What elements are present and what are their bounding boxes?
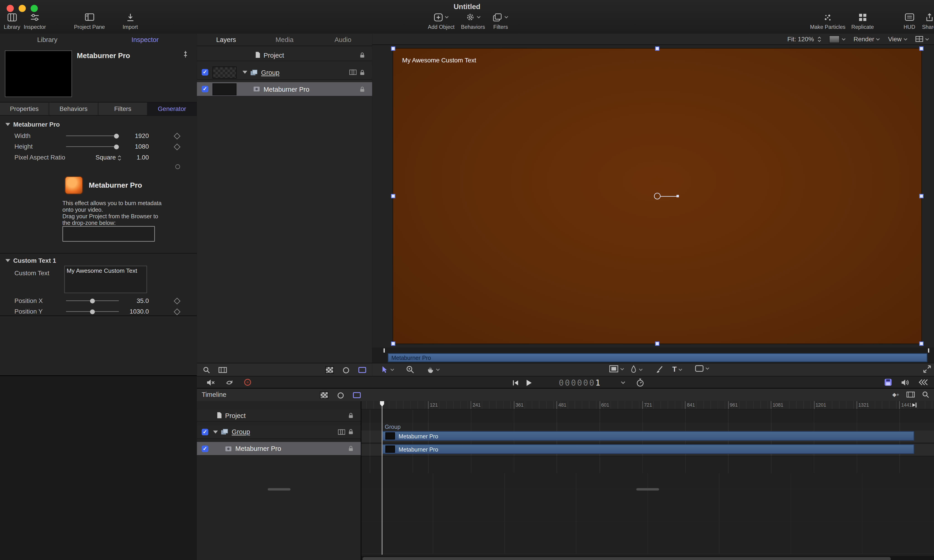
disclosure-triangle-icon[interactable] (242, 71, 247, 74)
timeline-row-project[interactable]: Project (197, 409, 361, 422)
layers-row-group[interactable]: ✓ Group (197, 65, 372, 80)
show-render-checker-icon[interactable] (325, 366, 333, 374)
keyframe-diamond-icon[interactable] (174, 308, 181, 315)
visibility-checkbox[interactable]: ✓ (202, 445, 208, 452)
import-toolbar-button[interactable]: Import (123, 12, 138, 30)
height-slider[interactable] (66, 143, 119, 150)
position-y-value[interactable]: 1030.0 (120, 308, 149, 315)
tab-audio[interactable]: Audio (314, 34, 372, 46)
subtab-filters[interactable]: Filters (98, 103, 148, 115)
replicate-toolbar-button[interactable]: Replicate (851, 12, 874, 30)
text-tool[interactable]: T (672, 365, 683, 374)
timeline-ruler[interactable]: 1212413614816017218419611081120113211441 (361, 401, 934, 409)
play-icon[interactable] (525, 379, 533, 386)
lock-icon[interactable] (360, 52, 365, 58)
keyframe-diamond-icon[interactable] (174, 144, 181, 151)
visibility-checkbox[interactable]: ✓ (202, 69, 208, 75)
anchor-axis-handle[interactable] (676, 195, 679, 197)
pin-icon[interactable] (182, 50, 189, 58)
visibility-checkbox[interactable]: ✓ (202, 428, 208, 435)
play-range-start-marker[interactable] (384, 348, 385, 352)
height-value[interactable]: 1080 (120, 143, 149, 150)
timecode-popup-chevron-icon[interactable] (621, 381, 625, 385)
width-value[interactable]: 1920 (120, 132, 149, 139)
library-toolbar-button[interactable]: Library (4, 12, 20, 30)
filters-toolbar-button[interactable]: Filters (493, 12, 509, 30)
layers-row-metaburner[interactable]: ✓ Metaburner Pro (197, 82, 372, 97)
disclosure-triangle-icon[interactable] (5, 123, 10, 126)
add-object-toolbar-button[interactable]: Add Object (428, 12, 455, 30)
timeline-clip-bar[interactable]: Metaburner Pro (382, 431, 914, 441)
position-x-value[interactable]: 35.0 (120, 297, 149, 304)
timecode-display[interactable]: 0000001 (559, 378, 601, 387)
selection-handle[interactable] (391, 194, 395, 198)
composition[interactable]: My Awesome Custom Text (392, 48, 922, 344)
blend-mode-icon[interactable] (338, 429, 345, 434)
expand-canvas-icon[interactable] (923, 365, 931, 373)
timeline-row-metaburner[interactable]: ✓ Metaburner Pro (197, 442, 361, 456)
go-to-start-icon[interactable] (511, 379, 519, 386)
disclosure-triangle-icon[interactable] (213, 430, 218, 433)
mute-icon[interactable] (207, 379, 215, 386)
lock-icon[interactable] (360, 86, 365, 92)
show-keyframes-icon[interactable] (353, 392, 361, 398)
group-track-header[interactable]: Group (361, 423, 934, 431)
show-audio-tracks-icon[interactable] (337, 392, 344, 398)
adjust-tool[interactable] (406, 365, 414, 374)
lock-icon[interactable] (360, 69, 365, 75)
selection-handle[interactable] (391, 46, 395, 51)
show-video-tracks-icon[interactable] (320, 392, 329, 399)
render-popup[interactable]: Render (854, 35, 880, 43)
group-header-metaburner[interactable]: Metaburner Pro (0, 120, 197, 129)
loop-icon[interactable] (225, 379, 233, 386)
visibility-checkbox[interactable]: ✓ (202, 86, 208, 92)
tab-library[interactable]: Library (37, 36, 57, 43)
stopwatch-icon[interactable] (636, 378, 644, 387)
frame-tool[interactable] (609, 365, 624, 372)
selection-handle[interactable] (391, 342, 395, 346)
selection-handle[interactable] (919, 46, 923, 51)
timeline-track-area[interactable]: 1212413614816017218419611081120113211441… (361, 401, 934, 560)
add-marker-icon[interactable]: ◆+ (892, 392, 899, 397)
track-list-resize-handle[interactable] (268, 488, 290, 491)
keyframe-diamond-icon[interactable] (174, 133, 181, 140)
canvas-overlay-text[interactable]: My Awesome Custom Text (402, 56, 476, 63)
project-drop-zone[interactable] (62, 226, 155, 242)
canvas-viewport[interactable]: My Awesome Custom Text (372, 45, 934, 348)
timeline-row-group[interactable]: ✓ Group (197, 425, 361, 439)
layers-row-project[interactable]: Project (197, 49, 372, 61)
channel-swatch-popup[interactable] (829, 35, 846, 43)
selection-handle[interactable] (919, 194, 923, 198)
keyframe-diamond-icon[interactable] (174, 298, 181, 305)
search-icon[interactable] (203, 366, 210, 374)
play-range-end-marker[interactable] (912, 402, 917, 408)
tab-inspector[interactable]: Inspector (131, 36, 159, 43)
hud-toolbar-button[interactable]: HUD (903, 12, 915, 30)
pan-hand-tool[interactable] (426, 365, 440, 374)
zoom-timeline-icon[interactable] (922, 391, 929, 398)
subtab-properties[interactable]: Properties (0, 103, 49, 115)
paint-stroke-tool[interactable] (656, 365, 663, 374)
record-icon[interactable] (244, 378, 252, 386)
width-slider[interactable] (66, 132, 119, 139)
filmstrip-icon[interactable] (219, 367, 227, 373)
view-popup[interactable]: View (888, 35, 908, 43)
film-icon[interactable] (906, 392, 915, 397)
lock-icon[interactable] (348, 412, 354, 418)
speaker-icon[interactable] (901, 379, 909, 386)
par-value[interactable]: 1.00 (120, 154, 149, 161)
track-area-resize-handle[interactable] (636, 488, 659, 491)
collapse-panel-chevrons-icon[interactable] (919, 379, 928, 386)
timeline-clip-bar[interactable]: Metaburner Pro (382, 444, 914, 454)
selection-handle[interactable] (655, 342, 659, 346)
group-header-custom-text[interactable]: Custom Text 1 (0, 256, 197, 266)
selection-handle[interactable] (919, 342, 923, 346)
anchor-point[interactable] (654, 193, 661, 200)
mini-timeline-bar[interactable]: Metaburner Pro (388, 353, 928, 362)
tab-layers[interactable]: Layers (197, 34, 255, 46)
timeline-scrollbar-thumb[interactable] (363, 557, 891, 560)
shape-tool[interactable] (695, 365, 709, 372)
layout-popup[interactable] (915, 36, 929, 42)
lock-icon[interactable] (348, 446, 354, 452)
position-x-slider[interactable] (66, 297, 119, 304)
